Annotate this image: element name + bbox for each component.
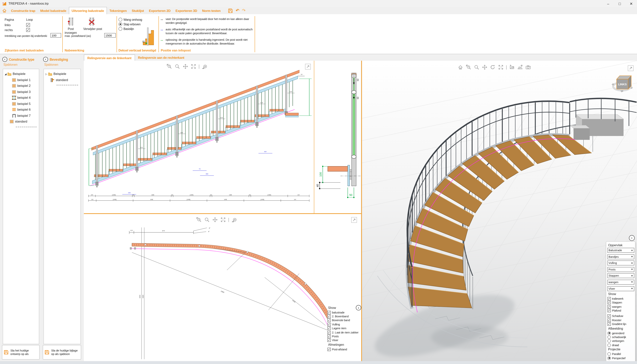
zoom-window-icon[interactable] bbox=[196, 217, 201, 222]
collapse-panel-chevron[interactable]: ‹ bbox=[2, 57, 7, 62]
radio-button[interactable] bbox=[607, 331, 611, 335]
scene-icon[interactable] bbox=[517, 64, 523, 70]
post-delete-button[interactable] bbox=[88, 18, 95, 28]
surface-dropdown-wangen[interactable]: wangen▼ bbox=[607, 280, 634, 285]
radio-button[interactable] bbox=[607, 344, 611, 347]
show-option-lagere-riem[interactable]: ✓Lagere riem bbox=[327, 326, 361, 330]
close-button[interactable]: ✕ bbox=[625, 0, 637, 7]
collapse-panel-chevron[interactable]: › bbox=[629, 235, 635, 241]
checkbox[interactable]: ✓ bbox=[607, 318, 611, 322]
rotate-icon[interactable] bbox=[490, 64, 495, 70]
display-option-gradi-nt-lijn[interactable]: ✓Gradiënt lijn bbox=[607, 322, 634, 326]
tree-item-beispiel-6[interactable]: beispiel 6 bbox=[3, 107, 39, 113]
tree-item-standard[interactable]: standard bbox=[3, 119, 39, 125]
checkbox[interactable]: ✓ bbox=[327, 348, 331, 351]
collapse-panel-chevron[interactable]: › bbox=[356, 305, 361, 310]
display-option-plafond[interactable]: ✓Plafond bbox=[607, 309, 634, 313]
tree-item-beispiel-2[interactable]: beispiel 2 bbox=[3, 83, 39, 89]
show-option-posts[interactable]: ✓Posts bbox=[327, 334, 361, 338]
checkbox[interactable]: ✓ bbox=[327, 315, 331, 318]
view-tab-relingversie-aan-de-linkerkant[interactable]: Relingversie aan de linkerkant bbox=[84, 54, 135, 61]
surface-dropdown-stappen[interactable]: Stappen▼ bbox=[607, 273, 634, 278]
checkbox[interactable]: ✓ bbox=[607, 322, 611, 326]
tree-expander-collapsed-icon[interactable]: ▷ bbox=[45, 72, 48, 76]
surface-dropdown-vloer[interactable]: Vloer▼ bbox=[607, 286, 634, 291]
measure-icon[interactable] bbox=[202, 64, 207, 69]
minimize-button[interactable]: – bbox=[602, 0, 614, 7]
tree-item-beispiel-3[interactable]: beispiel 3 bbox=[3, 89, 39, 95]
show-option-2-laat-de-riem-zakker[interactable]: ✓2. Laat de riem zakker bbox=[327, 330, 361, 334]
navigation-cube[interactable]: NWSOLINKS bbox=[612, 71, 633, 93]
display-option-stappen[interactable]: ✓Stappen bbox=[607, 300, 634, 305]
zoom-icon[interactable] bbox=[204, 217, 210, 222]
display-option-schaduw[interactable]: ✓Schaduw bbox=[607, 314, 634, 318]
checkbox-links[interactable]: ✓ bbox=[26, 23, 30, 27]
surface-dropdown-balustrade[interactable]: Balustrade▼ bbox=[607, 248, 634, 253]
radio-button[interactable] bbox=[607, 340, 611, 343]
ribbon-tab-stuklijst[interactable]: Stuklijst bbox=[129, 7, 146, 14]
checkbox[interactable]: ✓ bbox=[327, 330, 331, 334]
fit-icon[interactable] bbox=[498, 64, 504, 70]
postafstand-input[interactable] bbox=[104, 33, 116, 38]
show-option-vulling[interactable]: ✓Vulling bbox=[327, 322, 361, 326]
radio-stap-erboven[interactable]: Stap erboven bbox=[118, 22, 140, 26]
show-option-vloer[interactable]: ✓Vloer bbox=[327, 338, 361, 342]
home-icon[interactable] bbox=[458, 64, 463, 70]
tree-item-beispiel-5[interactable]: beispiel 5 bbox=[3, 101, 39, 107]
ribbon-tab-exporteren-2d[interactable]: Exporteren 2D bbox=[146, 7, 173, 14]
home-tab[interactable] bbox=[0, 7, 9, 14]
tree-item-beispiel-4[interactable]: beispiel 4 bbox=[3, 95, 39, 101]
radio-wang-omhoog[interactable]: Wang omhoog bbox=[118, 18, 142, 22]
checkbox[interactable]: ✓ bbox=[607, 309, 611, 312]
checkbox[interactable]: ✓ bbox=[327, 323, 331, 326]
expand-view-icon[interactable] bbox=[351, 217, 357, 223]
ribbon-tab-model-balustrade[interactable]: Model balustrade bbox=[38, 7, 69, 14]
zoom-window-icon[interactable] bbox=[466, 64, 471, 70]
save-icon[interactable] bbox=[44, 350, 50, 355]
view-tab-relingversie-aan-de-rechterkant[interactable]: Relingversie aan de rechterkant bbox=[135, 54, 187, 61]
ribbon-tab-constructie-trap[interactable]: Constructie trap bbox=[9, 7, 38, 14]
radio-button[interactable] bbox=[118, 18, 122, 22]
expand-view-icon[interactable] bbox=[628, 65, 633, 71]
tree-item-Beispiele[interactable]: ▷Beispiele bbox=[44, 71, 80, 77]
ribbon-tab-tekeningen[interactable]: Tekeningen bbox=[107, 7, 129, 14]
save-icon[interactable] bbox=[4, 350, 9, 355]
home-icon[interactable] bbox=[2, 8, 7, 13]
option-draad[interactable]: draad bbox=[607, 343, 634, 347]
maximize-button[interactable]: □ bbox=[614, 0, 625, 7]
checkbox[interactable]: ✓ bbox=[327, 334, 331, 338]
fit-icon[interactable] bbox=[191, 64, 196, 69]
checkbox[interactable]: ✓ bbox=[607, 314, 611, 318]
open-image-icon[interactable] bbox=[509, 64, 515, 70]
checkbox[interactable]: ✓ bbox=[327, 339, 331, 342]
zoom-icon[interactable] bbox=[175, 64, 180, 69]
checkbox[interactable]: ✓ bbox=[327, 327, 331, 330]
radio-button[interactable] bbox=[607, 356, 611, 360]
option-verborgen[interactable]: verborgen bbox=[607, 339, 634, 343]
camera-icon[interactable] bbox=[525, 64, 531, 70]
three-d-viewport[interactable]: NWSOLINKS OppervlakBalustrade▼Bandjes▼Vu… bbox=[362, 61, 637, 361]
measure-icon[interactable] bbox=[232, 217, 237, 222]
tree-item-standard[interactable]: standard bbox=[44, 77, 80, 83]
collapse-panel-chevron[interactable]: ‹ bbox=[43, 57, 48, 62]
expand-view-icon[interactable] bbox=[305, 64, 311, 70]
checkbox[interactable]: ✓ bbox=[327, 310, 331, 314]
tree-item-beispiel-1[interactable]: beispiel 1 bbox=[3, 77, 39, 83]
display-option-rooster[interactable]: ✓Rooster bbox=[607, 318, 634, 322]
radio-button[interactable] bbox=[607, 336, 611, 339]
surface-dropdown-posts[interactable]: Posts▼ bbox=[607, 267, 634, 272]
pan-icon[interactable] bbox=[482, 64, 487, 70]
checkbox-rechts[interactable]: ✓ bbox=[26, 28, 30, 32]
radio-button[interactable] bbox=[118, 27, 122, 31]
save-template-button[interactable]: Sla het huidige ontwerp op als bbox=[2, 345, 40, 360]
save-icon[interactable] bbox=[228, 8, 233, 13]
option-perspectief[interactable]: Perspectief bbox=[607, 356, 634, 360]
option-gerenderd[interactable]: gerenderd bbox=[607, 331, 634, 335]
show-option-balustrade[interactable]: ✓balustrade bbox=[327, 310, 361, 314]
checkbox[interactable]: ✓ bbox=[327, 319, 331, 322]
ribbon-tab-exporteren-3d[interactable]: Exporteren 3D bbox=[173, 7, 199, 14]
option-parallel[interactable]: Parallel bbox=[607, 352, 634, 356]
show-option-2-bovenband[interactable]: ✓2. Bovenband bbox=[327, 314, 361, 318]
ribbon-tab-uitvoering-balustrade[interactable]: Uitvoering balustrade bbox=[69, 7, 107, 14]
checkbox[interactable]: ✓ bbox=[607, 301, 611, 304]
